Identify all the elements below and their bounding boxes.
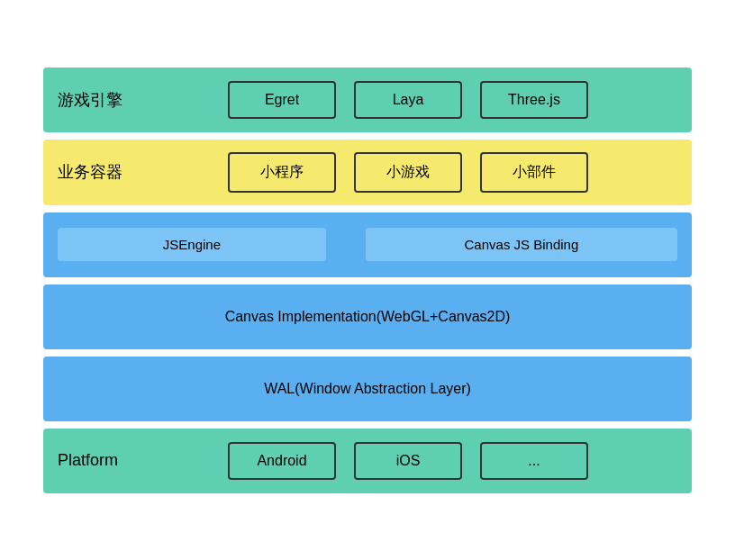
business-layer: 业务容器 小程序 小游戏 小部件: [43, 140, 692, 205]
jsengine-label: JSEngine: [163, 237, 221, 252]
laya-box: Laya: [354, 81, 462, 119]
architecture-diagram: 游戏引擎 Egret Laya Three.js 业务容器 小程序 小游戏 小部…: [25, 50, 710, 511]
egret-box: Egret: [228, 81, 336, 119]
business-items: 小程序 小游戏 小部件: [139, 152, 677, 193]
game-engine-items: Egret Laya Three.js: [139, 81, 677, 119]
game-engine-layer: 游戏引擎 Egret Laya Three.js: [43, 68, 692, 132]
android-box: Android: [228, 442, 336, 480]
canvas-impl-layer: Canvas Implementation(WebGL+Canvas2D): [43, 285, 692, 349]
game-engine-label: 游戏引擎: [58, 89, 139, 111]
mini-game-box: 小游戏: [354, 152, 462, 193]
platform-layer: Platform Android iOS ...: [43, 429, 692, 493]
jsengine-layer: JSEngine Canvas JS Binding: [43, 212, 692, 277]
platform-items: Android iOS ...: [139, 442, 677, 480]
canvas-js-binding-block: Canvas JS Binding: [366, 228, 677, 261]
wal-label: WAL(Window Abstraction Layer): [58, 381, 677, 397]
canvas-impl-label: Canvas Implementation(WebGL+Canvas2D): [58, 309, 677, 325]
wal-layer: WAL(Window Abstraction Layer): [43, 357, 692, 421]
platform-label: Platform: [58, 451, 139, 470]
mini-program-box: 小程序: [228, 152, 336, 193]
business-label: 业务容器: [58, 161, 139, 183]
other-box: ...: [480, 442, 588, 480]
ios-box: iOS: [354, 442, 462, 480]
canvas-js-binding-label: Canvas JS Binding: [465, 237, 579, 252]
jsengine-block: JSEngine: [58, 228, 326, 261]
threejs-box: Three.js: [480, 81, 588, 119]
mini-component-box: 小部件: [480, 152, 588, 193]
